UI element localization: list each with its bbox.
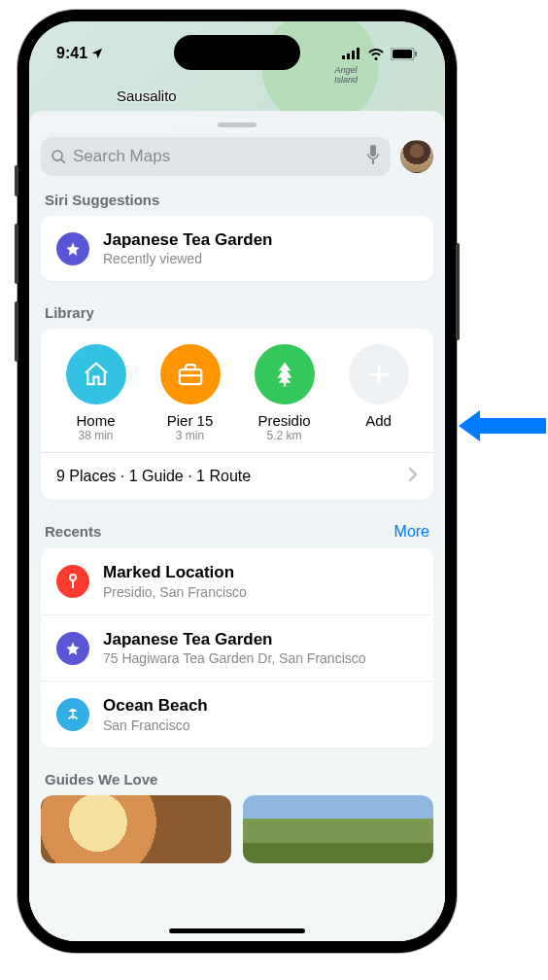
location-icon (90, 47, 104, 60)
volume-down-button (15, 301, 18, 362)
profile-avatar[interactable] (400, 140, 433, 173)
mic-icon[interactable] (365, 145, 381, 168)
favorite-pier15[interactable]: Pier 15 3 min (146, 344, 235, 442)
guide-tile[interactable] (243, 795, 433, 863)
side-button (15, 165, 18, 196)
svg-rect-10 (370, 145, 376, 157)
chevron-right-icon (408, 467, 418, 486)
svg-rect-3 (352, 51, 355, 59)
suggestion-title: Japanese Tea Garden (103, 229, 273, 250)
recent-title: Japanese Tea Garden (103, 629, 366, 649)
add-arrow-callout (459, 406, 546, 445)
star-icon (56, 632, 89, 665)
status-time: 9:41 (56, 45, 87, 62)
beach-icon (56, 698, 89, 731)
library-card: Home 38 min Pier 15 3 min (41, 329, 433, 500)
library-summary: 9 Places · 1 Guide · 1 Route (56, 468, 251, 485)
recents-card: Marked Location Presidio, San Francisco … (41, 548, 433, 747)
tree-icon (255, 344, 315, 404)
map-label-sausalito: Sausalito (117, 88, 177, 104)
favorite-home[interactable]: Home 38 min (51, 344, 141, 442)
favorite-presidio[interactable]: Presidio 5.2 km (240, 344, 329, 442)
recent-subtitle: San Francisco (103, 717, 208, 734)
favorite-label: Add (365, 412, 392, 429)
guide-tile[interactable] (41, 795, 231, 863)
svg-rect-19 (72, 580, 74, 588)
recent-subtitle: Presidio, San Francisco (103, 583, 247, 601)
search-input[interactable]: Search Maps (41, 137, 391, 176)
recent-item-marked-location[interactable]: Marked Location Presidio, San Francisco (41, 548, 433, 613)
briefcase-icon (160, 344, 221, 404)
guides-header: Guides We Love (45, 771, 157, 788)
recents-more-link[interactable]: More (394, 523, 429, 541)
guides-row (41, 795, 433, 863)
svg-marker-0 (459, 410, 546, 441)
library-summary-row[interactable]: 9 Places · 1 Guide · 1 Route (41, 452, 433, 500)
sheet-grabber[interactable] (218, 122, 257, 127)
svg-rect-11 (372, 159, 374, 164)
favorite-sub: 5.2 km (266, 429, 301, 442)
recent-title: Ocean Beach (103, 695, 208, 716)
phone-frame: Sausalito Angel Island 9:41 (17, 10, 457, 953)
home-indicator[interactable] (169, 928, 305, 933)
search-placeholder: Search Maps (73, 147, 360, 166)
pin-icon (56, 565, 89, 598)
svg-point-18 (71, 576, 75, 579)
power-button (456, 243, 460, 340)
suggestion-subtitle: Recently viewed (103, 250, 273, 267)
svg-rect-14 (283, 383, 286, 387)
svg-rect-4 (357, 48, 360, 59)
svg-rect-12 (179, 369, 201, 384)
recent-subtitle: 75 Hagiwara Tea Garden Dr, San Francisco (103, 649, 366, 667)
search-icon (51, 149, 67, 165)
favorite-label: Home (76, 412, 115, 429)
favorite-label: Pier 15 (167, 412, 214, 429)
battery-icon (391, 48, 418, 60)
recent-item-ocean-beach[interactable]: Ocean Beach San Francisco (41, 681, 433, 747)
siri-suggestion-item[interactable]: Japanese Tea Garden Recently viewed (41, 216, 433, 281)
siri-suggestions-header: Siri Suggestions (45, 192, 159, 208)
favorite-label: Presidio (257, 412, 310, 429)
dynamic-island (174, 35, 300, 70)
svg-rect-1 (342, 55, 345, 59)
favorite-sub: 38 min (78, 429, 113, 442)
search-sheet: Search Maps Siri Suggestions Japanes (29, 111, 445, 941)
home-icon (66, 344, 126, 404)
svg-point-8 (52, 151, 62, 160)
favorite-add[interactable]: Add (334, 344, 424, 442)
volume-up-button (15, 224, 18, 284)
favorite-sub: 3 min (176, 429, 204, 442)
siri-suggestions-card: Japanese Tea Garden Recently viewed (41, 216, 433, 281)
recents-header: Recents (45, 523, 101, 540)
wifi-icon (367, 48, 385, 60)
plus-icon (349, 344, 409, 404)
svg-rect-6 (393, 50, 412, 58)
recent-item-tea-garden[interactable]: Japanese Tea Garden 75 Hagiwara Tea Gard… (41, 614, 433, 681)
recent-title: Marked Location (103, 562, 247, 582)
svg-rect-7 (415, 52, 417, 56)
star-icon (56, 232, 89, 265)
svg-line-9 (61, 158, 65, 162)
screen: Sausalito Angel Island 9:41 (29, 21, 445, 941)
cellular-icon (342, 48, 361, 59)
svg-rect-2 (347, 53, 350, 59)
library-header: Library (45, 304, 94, 321)
